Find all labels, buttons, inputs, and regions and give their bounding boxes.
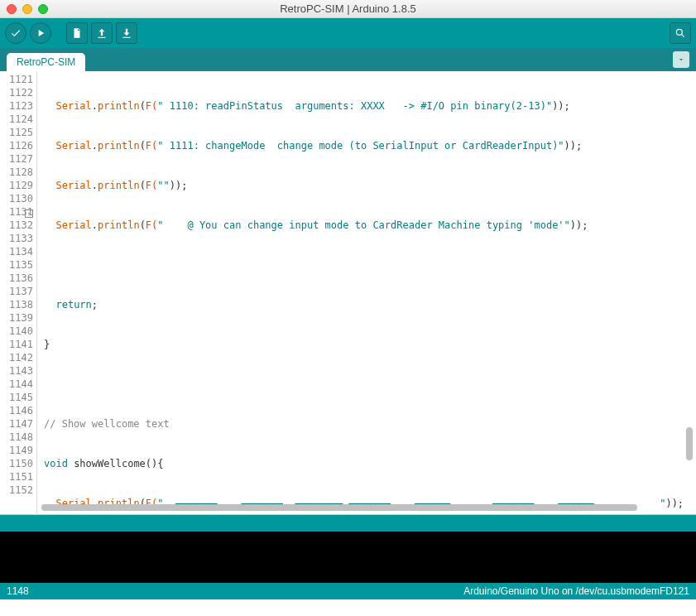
new-sketch-button[interactable]: [66, 22, 88, 44]
tab-retropc-sim[interactable]: RetroPC-SIM: [7, 53, 85, 71]
upload-arrow-icon: [96, 27, 108, 39]
code-editor[interactable]: 1121 1122 1123 1124 1125 1126 1127 1128 …: [0, 71, 696, 515]
line-number-gutter: 1121 1122 1123 1124 1125 1126 1127 1128 …: [0, 71, 36, 514]
save-sketch-button[interactable]: [116, 22, 137, 44]
status-bar-top: [0, 515, 696, 532]
output-console[interactable]: [0, 532, 696, 583]
chevron-down-icon: [677, 55, 685, 64]
file-icon: [71, 27, 83, 39]
window-title: RetroPC-SIM | Arduino 1.8.5: [0, 2, 696, 15]
open-sketch-button[interactable]: [91, 22, 113, 44]
check-icon: [10, 27, 22, 39]
tab-menu-button[interactable]: [673, 51, 689, 68]
window-titlebar: RetroPC-SIM | Arduino 1.8.5: [0, 0, 696, 18]
cursor-line-number: 1148: [7, 585, 29, 597]
upload-button[interactable]: [30, 22, 51, 44]
arrow-right-icon: [35, 27, 46, 39]
toolbar: [0, 18, 696, 48]
svg-point-0: [676, 29, 682, 35]
serial-monitor-button[interactable]: [670, 22, 691, 44]
magnifier-icon: [674, 27, 686, 39]
horizontal-scrollbar-thumb[interactable]: [41, 504, 637, 511]
download-arrow-icon: [121, 27, 132, 39]
vertical-scrollbar[interactable]: [684, 71, 694, 499]
code-content[interactable]: Serial.println(F(" 1110: readPinStatus a…: [37, 71, 696, 514]
footer-statusbar: 1148 Arduino/Genuino Uno on /dev/cu.usbm…: [0, 583, 696, 599]
tabstrip: RetroPC-SIM: [0, 48, 696, 71]
board-info-label: Arduino/Genuino Uno on /dev/cu.usbmodemF…: [463, 585, 689, 597]
horizontal-scrollbar[interactable]: [41, 503, 684, 513]
vertical-scrollbar-thumb[interactable]: [686, 427, 693, 460]
verify-button[interactable]: [5, 22, 26, 44]
